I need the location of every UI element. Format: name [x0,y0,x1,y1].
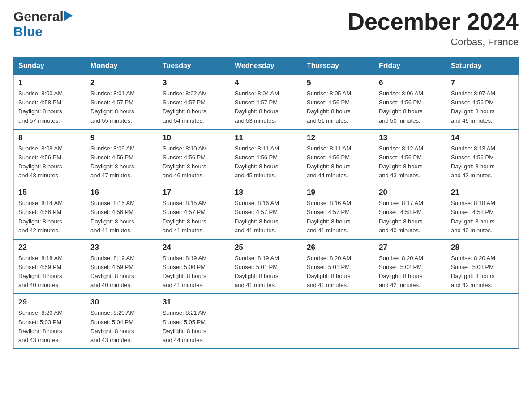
location: Corbas, France [348,36,519,48]
day-info: Sunrise: 8:18 AMSunset: 4:58 PMDaylight:… [451,199,514,235]
calendar-day-cell: 14Sunrise: 8:13 AMSunset: 4:56 PMDayligh… [446,129,519,184]
calendar-day-cell: 16Sunrise: 8:15 AMSunset: 4:56 PMDayligh… [86,184,158,239]
calendar-day-cell: 11Sunrise: 8:11 AMSunset: 4:56 PMDayligh… [230,129,302,184]
day-number: 24 [163,243,225,252]
svg-marker-0 [64,11,73,21]
day-number: 31 [163,298,225,307]
day-number: 26 [307,243,369,252]
calendar-day-cell: 9Sunrise: 8:09 AMSunset: 4:56 PMDaylight… [86,129,158,184]
calendar-day-cell: 1Sunrise: 8:00 AMSunset: 4:58 PMDaylight… [14,75,86,129]
day-info: Sunrise: 8:19 AMSunset: 5:01 PMDaylight:… [235,254,297,290]
day-info: Sunrise: 8:02 AMSunset: 4:57 PMDaylight:… [163,89,225,125]
calendar-day-cell: 26Sunrise: 8:20 AMSunset: 5:01 PMDayligh… [302,239,374,294]
day-info: Sunrise: 8:04 AMSunset: 4:57 PMDaylight:… [235,89,297,125]
col-tuesday: Tuesday [158,57,230,75]
day-info: Sunrise: 8:13 AMSunset: 4:56 PMDaylight:… [451,144,514,180]
day-number: 19 [307,188,369,197]
calendar-day-cell: 15Sunrise: 8:14 AMSunset: 4:56 PMDayligh… [14,184,86,239]
day-number: 22 [18,243,81,252]
day-info: Sunrise: 8:05 AMSunset: 4:56 PMDaylight:… [307,89,369,125]
calendar-day-cell: 23Sunrise: 8:19 AMSunset: 4:59 PMDayligh… [86,239,158,294]
day-number: 13 [379,133,442,142]
day-info: Sunrise: 8:19 AMSunset: 4:59 PMDaylight:… [90,254,153,290]
day-info: Sunrise: 8:18 AMSunset: 4:59 PMDaylight:… [18,254,81,290]
day-info: Sunrise: 8:15 AMSunset: 4:56 PMDaylight:… [90,199,153,235]
calendar-day-cell: 2Sunrise: 8:01 AMSunset: 4:57 PMDaylight… [86,75,158,129]
col-saturday: Saturday [446,57,519,75]
day-number: 1 [18,78,81,87]
calendar-week-row: 29Sunrise: 8:20 AMSunset: 5:03 PMDayligh… [14,294,519,349]
calendar-week-row: 15Sunrise: 8:14 AMSunset: 4:56 PMDayligh… [14,184,519,239]
day-info: Sunrise: 8:08 AMSunset: 4:56 PMDaylight:… [18,144,81,180]
col-friday: Friday [374,57,446,75]
day-info: Sunrise: 8:16 AMSunset: 4:57 PMDaylight:… [307,199,369,235]
calendar-day-cell: 28Sunrise: 8:20 AMSunset: 5:03 PMDayligh… [446,239,519,294]
day-info: Sunrise: 8:14 AMSunset: 4:56 PMDaylight:… [18,199,81,235]
calendar-day-cell [374,294,446,349]
day-info: Sunrise: 8:17 AMSunset: 4:58 PMDaylight:… [379,199,442,235]
calendar-day-cell: 5Sunrise: 8:05 AMSunset: 4:56 PMDaylight… [302,75,374,129]
calendar-day-cell: 25Sunrise: 8:19 AMSunset: 5:01 PMDayligh… [230,239,302,294]
day-number: 8 [18,133,81,142]
col-wednesday: Wednesday [230,57,302,75]
day-info: Sunrise: 8:11 AMSunset: 4:56 PMDaylight:… [307,144,369,180]
calendar-day-cell: 18Sunrise: 8:16 AMSunset: 4:57 PMDayligh… [230,184,302,239]
calendar-day-cell: 29Sunrise: 8:20 AMSunset: 5:03 PMDayligh… [14,294,86,349]
logo-arrow-icon [64,11,73,22]
day-number: 23 [90,243,153,252]
day-number: 12 [307,133,369,142]
calendar-day-cell: 13Sunrise: 8:12 AMSunset: 4:56 PMDayligh… [374,129,446,184]
day-number: 7 [451,78,514,87]
day-number: 4 [235,78,297,87]
calendar-week-row: 1Sunrise: 8:00 AMSunset: 4:58 PMDaylight… [14,75,519,129]
day-number: 18 [235,188,297,197]
day-number: 3 [163,78,225,87]
month-title: December 2024 [348,9,519,34]
page-header: General Blue December 2024 Corbas, Franc… [13,9,519,48]
calendar-day-cell: 20Sunrise: 8:17 AMSunset: 4:58 PMDayligh… [374,184,446,239]
day-info: Sunrise: 8:16 AMSunset: 4:57 PMDaylight:… [235,199,297,235]
day-info: Sunrise: 8:00 AMSunset: 4:58 PMDaylight:… [18,89,81,125]
day-info: Sunrise: 8:07 AMSunset: 4:56 PMDaylight:… [451,89,514,125]
day-number: 16 [90,188,153,197]
day-number: 2 [90,78,153,87]
day-info: Sunrise: 8:20 AMSunset: 5:03 PMDaylight:… [18,308,81,345]
col-sunday: Sunday [14,57,86,75]
calendar-header-row: Sunday Monday Tuesday Wednesday Thursday… [14,57,519,75]
calendar-day-cell: 10Sunrise: 8:10 AMSunset: 4:56 PMDayligh… [158,129,230,184]
day-info: Sunrise: 8:20 AMSunset: 5:04 PMDaylight:… [90,308,153,345]
calendar-day-cell: 30Sunrise: 8:20 AMSunset: 5:04 PMDayligh… [86,294,158,349]
calendar-day-cell [230,294,302,349]
day-info: Sunrise: 8:20 AMSunset: 5:02 PMDaylight:… [379,254,442,290]
calendar-day-cell: 6Sunrise: 8:06 AMSunset: 4:56 PMDaylight… [374,75,446,129]
calendar-day-cell: 19Sunrise: 8:16 AMSunset: 4:57 PMDayligh… [302,184,374,239]
calendar-day-cell: 27Sunrise: 8:20 AMSunset: 5:02 PMDayligh… [374,239,446,294]
day-number: 6 [379,78,442,87]
day-info: Sunrise: 8:21 AMSunset: 5:05 PMDaylight:… [163,308,225,345]
col-monday: Monday [86,57,158,75]
day-number: 17 [163,188,225,197]
col-thursday: Thursday [302,57,374,75]
day-number: 25 [235,243,297,252]
day-number: 10 [163,133,225,142]
day-number: 27 [379,243,442,252]
day-info: Sunrise: 8:20 AMSunset: 5:01 PMDaylight:… [307,254,369,290]
day-number: 11 [235,133,297,142]
day-number: 9 [90,133,153,142]
day-info: Sunrise: 8:01 AMSunset: 4:57 PMDaylight:… [90,89,153,125]
day-number: 5 [307,78,369,87]
day-number: 21 [451,188,514,197]
logo-general: General [13,9,64,24]
day-info: Sunrise: 8:09 AMSunset: 4:56 PMDaylight:… [90,144,153,180]
logo-blue: Blue [13,24,43,39]
calendar-day-cell: 21Sunrise: 8:18 AMSunset: 4:58 PMDayligh… [446,184,519,239]
day-number: 15 [18,188,81,197]
calendar-day-cell: 8Sunrise: 8:08 AMSunset: 4:56 PMDaylight… [14,129,86,184]
day-info: Sunrise: 8:11 AMSunset: 4:56 PMDaylight:… [235,144,297,180]
calendar-day-cell: 22Sunrise: 8:18 AMSunset: 4:59 PMDayligh… [14,239,86,294]
day-info: Sunrise: 8:10 AMSunset: 4:56 PMDaylight:… [163,144,225,180]
logo: General Blue [13,9,73,39]
day-number: 29 [18,298,81,307]
calendar-week-row: 22Sunrise: 8:18 AMSunset: 4:59 PMDayligh… [14,239,519,294]
day-number: 20 [379,188,442,197]
